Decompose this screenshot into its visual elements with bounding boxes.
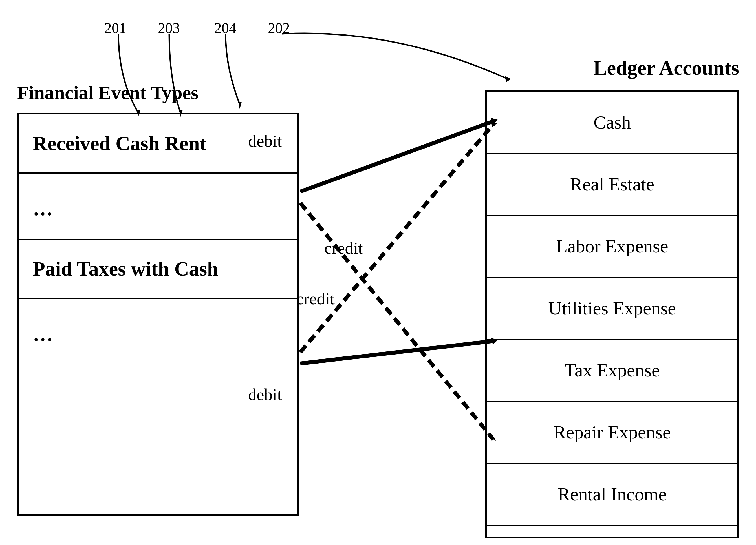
ref-204: 204 [214, 20, 236, 36]
right-row-tax: Tax Expense [487, 340, 737, 402]
right-row-labor: Labor Expense [487, 216, 737, 278]
paid-taxes-label: Paid Taxes with Cash [27, 240, 224, 298]
right-row-real-estate: Real Estate [487, 154, 737, 216]
right-row-repair: Repair Expense [487, 402, 737, 464]
svg-line-4 [300, 121, 493, 192]
ref-202: 202 [268, 20, 290, 36]
ref-203: 203 [158, 20, 180, 36]
svg-text:credit: credit [324, 239, 363, 257]
real-estate-label: Real Estate [570, 174, 654, 195]
svg-marker-3 [505, 76, 511, 82]
left-row-2: ... [19, 174, 297, 240]
repair-expense-label: Repair Expense [554, 421, 671, 443]
cash-label: Cash [594, 112, 631, 133]
svg-text:credit: credit [296, 289, 335, 308]
dots-1: ... [27, 174, 59, 239]
svg-marker-2 [238, 102, 242, 109]
financial-event-types-box: Received Cash Rent ... Paid Taxes with C… [17, 113, 299, 516]
tax-expense-label: Tax Expense [565, 359, 660, 381]
right-row-more: ... [487, 526, 737, 545]
diagram-container: 201 203 204 202 Financial Event Types Re… [0, 0, 756, 545]
right-row-utilities: Utilities Expense [487, 278, 737, 340]
svg-line-10 [300, 341, 493, 363]
rental-income-label: Rental Income [558, 484, 667, 505]
received-cash-rent-label: Received Cash Rent [27, 114, 212, 173]
left-panel-title: Financial Event Types [17, 82, 199, 104]
svg-line-6 [300, 203, 493, 440]
dots-2: ... [27, 299, 59, 364]
svg-line-8 [300, 124, 493, 352]
ref-201: 201 [104, 20, 126, 36]
left-row-3: Paid Taxes with Cash [19, 240, 297, 299]
left-row-1: Received Cash Rent [19, 114, 297, 174]
labor-expense-label: Labor Expense [556, 236, 668, 257]
right-panel-title: Ledger Accounts [593, 56, 739, 80]
utilities-expense-label: Utilities Expense [548, 297, 676, 319]
right-row-cash: Cash [487, 92, 737, 154]
left-row-4: ... [19, 299, 297, 364]
right-row-rental: Rental Income [487, 464, 737, 526]
ledger-accounts-box: Cash Real Estate Labor Expense Utilities… [485, 90, 739, 538]
